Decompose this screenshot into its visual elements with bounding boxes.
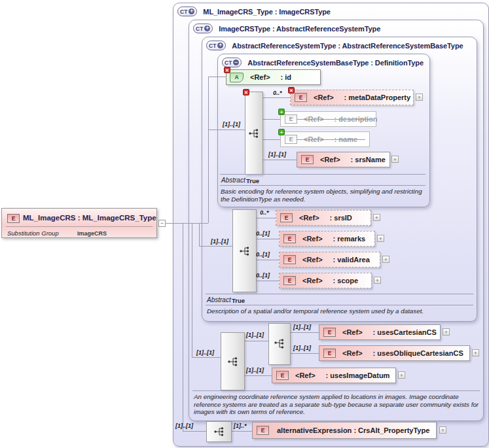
frame-header: CT− AbstractReferenceSystemBaseType : De… — [222, 58, 424, 67]
element-icon: E — [295, 93, 307, 102]
attribute-icon: A — [230, 73, 244, 82]
separator — [220, 185, 426, 186]
complex-type-expand-icon[interactable]: CT+ — [177, 7, 197, 16]
prohibited-icon: ✕ — [243, 89, 249, 95]
connector-line — [208, 77, 209, 223]
abstract-value: True — [246, 177, 259, 184]
element-ref: <Ref> — [302, 256, 323, 264]
type-annotation: Description of a spatial and/or temporal… — [207, 307, 472, 315]
collapse-toggle[interactable]: − — [158, 220, 166, 227]
element-icon: E — [276, 371, 289, 380]
element-remarks[interactable]: E <Ref> : remarks — [279, 231, 375, 247]
connector-line — [183, 431, 206, 432]
expand-button[interactable]: + — [391, 156, 399, 163]
element-usesobliquecartesiancs[interactable]: E <Ref> : usesObliqueCartesianCS — [319, 345, 470, 361]
connector-line — [208, 77, 226, 77]
expand-button[interactable]: + — [443, 328, 450, 336]
cardinality-label: [1]..[1] — [211, 238, 228, 245]
frame-header: CT+ ImageCRSType : AbstractReferenceSyst… — [193, 24, 380, 33]
expand-button[interactable]: + — [382, 256, 389, 263]
frame-title: AbstractReferenceSystemType : AbstractRe… — [232, 42, 463, 50]
expand-button[interactable]: + — [472, 349, 479, 356]
expand-button[interactable]: + — [416, 94, 423, 101]
element-metadataproperty[interactable]: ✕ E <Ref> : metaDataProperty — [290, 90, 414, 105]
element-srsname[interactable]: E <Ref> : srsName — [297, 152, 390, 167]
cardinality-label: 0..* — [260, 209, 269, 216]
attribute-id[interactable]: ✕ A <Ref> : id — [226, 69, 321, 85]
frame-title: AbstractReferenceSystemBaseType : Defini… — [247, 59, 424, 67]
connector-line — [199, 246, 232, 247]
abstract-value: True — [232, 297, 245, 304]
complex-type-expand-icon[interactable]: CT+ — [193, 24, 213, 33]
frame-title: ImageCRSType : AbstractReferenceSystemTy… — [219, 25, 380, 33]
cardinality-label: [1]..[1] — [293, 345, 311, 351]
element-icon: E — [285, 135, 297, 144]
element-usesimagedatum[interactable]: E <Ref> : usesImageDatum — [272, 368, 396, 383]
expand-button[interactable]: + — [398, 371, 405, 379]
expand-button[interactable]: + — [373, 214, 380, 221]
attribute-name: : id — [281, 73, 292, 81]
element-ref: <Ref> — [304, 115, 324, 123]
cardinality-label: [1]..[1] — [196, 349, 214, 356]
separator — [206, 294, 473, 294]
ct-letters: CT — [196, 26, 203, 32]
type-annotation: An engineering coordinate reference syst… — [194, 393, 482, 416]
cardinality-label: 0..[1] — [256, 230, 270, 237]
element-ref: <Ref> — [342, 328, 363, 336]
prohibited-icon: ✕ — [224, 67, 230, 73]
prohibited-icon: ✕ — [288, 87, 295, 94]
separator — [220, 174, 426, 175]
element-validarea[interactable]: E <Ref> : validArea — [279, 252, 380, 267]
choice-icon — [274, 339, 285, 349]
connector-line — [262, 97, 290, 98]
ct-letters: CT — [225, 60, 232, 66]
frame-header: CT+ AbstractReferenceSystemType : Abstra… — [206, 41, 463, 50]
connector-line — [255, 281, 279, 281]
frame-header: CT+ ML_ImageCRS_Type : ImageCRSType — [177, 7, 331, 16]
element-ml-imagecrs[interactable]: E ML_ImageCRS : ML_ImageCRS_Type Substit… — [1, 208, 157, 238]
expand-button[interactable]: + — [439, 426, 446, 434]
element-scope[interactable]: E <Ref> : scope — [279, 273, 372, 288]
sequence-compositor — [232, 209, 257, 292]
element-alternativeexpression[interactable]: E alternativeExpression : CrsAlt_Propert… — [252, 422, 437, 439]
substitution-group-label: Substitution Group — [7, 230, 59, 237]
separator — [206, 305, 473, 305]
element-name: : description — [335, 115, 378, 123]
element-name[interactable]: + E <Ref> : name — [280, 131, 370, 147]
element-name: : metaDataProperty — [344, 94, 410, 101]
element-ref: <Ref> — [299, 214, 319, 222]
cardinality-label: [1]..[1] — [246, 332, 264, 338]
element-icon: E — [301, 155, 314, 164]
sequence-compositor — [206, 421, 232, 442]
ct-letters: CT — [180, 9, 187, 15]
element-icon: E — [7, 214, 20, 223]
derivation-plus-icon: + — [189, 9, 194, 14]
sequence-icon — [239, 246, 251, 256]
connector-line — [255, 260, 279, 260]
expand-button[interactable]: + — [377, 235, 384, 242]
divider — [6, 226, 153, 227]
element-srsid[interactable]: E <Ref> : srsID — [276, 210, 371, 226]
element-name: : remarks — [333, 235, 366, 243]
element-ref: <Ref> — [302, 235, 323, 243]
element-name: : usesCartesianCS — [373, 328, 437, 336]
cardinality-label: [1]..[1] — [293, 324, 311, 330]
ct-letters: CT — [209, 43, 216, 49]
connector-line — [183, 223, 183, 431]
element-name: : usesObliqueCartesianCS — [373, 349, 463, 357]
complex-type-collapse-icon[interactable]: CT− — [222, 58, 242, 67]
connector-line — [230, 431, 252, 432]
element-icon: E — [323, 328, 336, 337]
element-name: : scope — [333, 277, 359, 284]
element-name: alternativeExpression : CrsAlt_PropertyT… — [277, 426, 429, 434]
sequence-icon — [248, 128, 260, 139]
expand-button[interactable]: + — [374, 277, 381, 284]
derivation-plus-icon: + — [217, 43, 223, 48]
complex-type-expand-icon[interactable]: CT+ — [206, 41, 226, 50]
element-usescartesiancs[interactable]: E <Ref> : usesCartesianCS — [319, 324, 441, 340]
element-ref: <Ref> — [314, 94, 334, 101]
separator — [192, 390, 480, 391]
connector-line — [262, 119, 280, 120]
connector-line — [262, 160, 297, 160]
element-description[interactable]: + E <Ref> : description — [280, 111, 376, 127]
